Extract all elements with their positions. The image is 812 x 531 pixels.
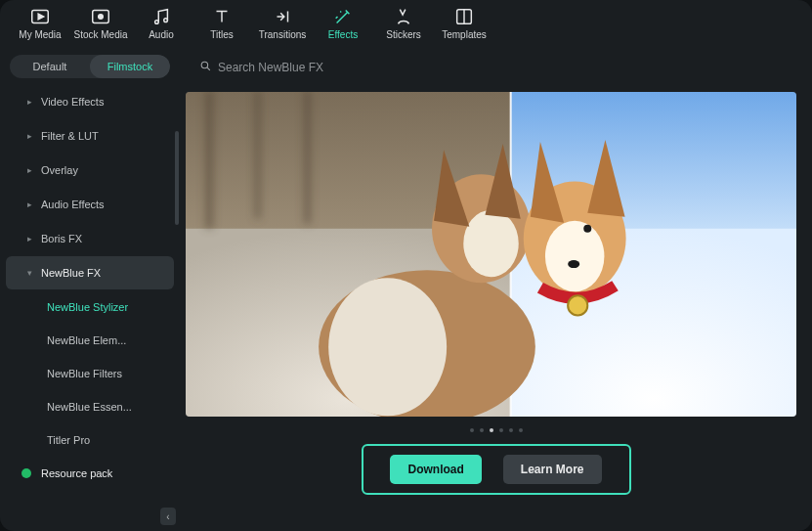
svg-point-8 xyxy=(201,62,208,67)
pill-default[interactable]: Default xyxy=(10,55,90,78)
carousel-dots[interactable] xyxy=(180,428,812,432)
search-input[interactable] xyxy=(218,61,472,74)
media-icon xyxy=(29,6,51,27)
search-icon xyxy=(199,59,212,76)
dot-5[interactable] xyxy=(509,428,513,432)
cat-video-effects[interactable]: ▸Video Effects xyxy=(6,85,174,118)
cat-label: Filter & LUT xyxy=(41,130,99,142)
nav-label: Transitions xyxy=(259,29,307,40)
dot-3[interactable] xyxy=(490,428,493,432)
nav-templates[interactable]: Templates xyxy=(434,6,494,40)
resource-label: Resource pack xyxy=(41,467,112,479)
dot-6[interactable] xyxy=(519,428,523,432)
chevron-right-icon: ▸ xyxy=(27,165,35,175)
cat-label: Video Effects xyxy=(41,96,104,108)
svg-rect-12 xyxy=(205,92,213,229)
nav-label: Titles xyxy=(210,29,234,40)
sidebar: Default Filmstock ▸Video Effects ▸Filter… xyxy=(0,51,180,531)
app-root: My Media Stock Media Audio Titles Transi… xyxy=(0,0,812,531)
nav-transitions[interactable]: Transitions xyxy=(252,6,313,40)
main-panel: Download Learn More xyxy=(180,51,812,531)
nav-label: Audio xyxy=(149,29,174,40)
nav-effects[interactable]: Effects xyxy=(313,6,373,40)
svg-rect-14 xyxy=(304,92,311,224)
sub-newblue-stylizer[interactable]: NewBlue Stylizer xyxy=(0,290,180,324)
dot-1[interactable] xyxy=(470,428,474,432)
chevron-right-icon: ▸ xyxy=(27,199,35,209)
nav-label: Stickers xyxy=(386,29,421,40)
body: Default Filmstock ▸Video Effects ▸Filter… xyxy=(0,51,812,531)
sidebar-scrollbar[interactable] xyxy=(175,131,179,225)
cat-boris-fx[interactable]: ▸Boris FX xyxy=(6,222,174,255)
cta-container: Download Learn More xyxy=(362,444,631,495)
titles-icon xyxy=(211,6,233,27)
chevron-right-icon: ▸ xyxy=(27,131,35,141)
audio-icon xyxy=(150,6,172,27)
effects-icon xyxy=(332,6,354,27)
cat-overlay[interactable]: ▸Overlay xyxy=(6,154,174,187)
preview-image[interactable] xyxy=(186,92,796,417)
svg-rect-13 xyxy=(255,92,261,219)
chevron-right-icon: ▸ xyxy=(27,97,35,107)
dot-2[interactable] xyxy=(480,428,484,432)
nav-stock-media[interactable]: Stock Media xyxy=(70,6,131,40)
resource-pack[interactable]: Resource pack xyxy=(0,457,180,490)
nav-titles[interactable]: Titles xyxy=(192,6,252,40)
transitions-icon xyxy=(272,6,293,27)
search-bar xyxy=(180,53,812,82)
learn-more-button[interactable]: Learn More xyxy=(503,455,602,484)
svg-point-19 xyxy=(328,278,447,416)
nav-label: Stock Media xyxy=(73,29,127,40)
svg-point-28 xyxy=(583,225,591,233)
dot-4[interactable] xyxy=(499,428,503,432)
sub-newblue-essentials[interactable]: NewBlue Essen... xyxy=(0,390,180,423)
nav-my-media[interactable]: My Media xyxy=(10,6,70,40)
package-icon xyxy=(21,468,31,478)
sub-titler-pro[interactable]: Titler Pro xyxy=(0,423,180,457)
cat-label: Boris FX xyxy=(41,233,82,244)
category-list: ▸Video Effects ▸Filter & LUT ▸Overlay ▸A… xyxy=(0,84,180,531)
nav-label: My Media xyxy=(19,29,61,40)
cat-label: Audio Effects xyxy=(41,199,105,210)
cat-newblue-fx[interactable]: ▾NewBlue FX xyxy=(6,256,174,289)
cat-filter-lut[interactable]: ▸Filter & LUT xyxy=(6,119,174,153)
sub-newblue-elements[interactable]: NewBlue Elem... xyxy=(0,324,180,357)
svg-point-25 xyxy=(545,221,604,292)
chevron-down-icon: ▾ xyxy=(27,268,35,278)
chevron-right-icon: ▸ xyxy=(27,234,35,243)
cat-audio-effects[interactable]: ▸Audio Effects xyxy=(6,188,174,221)
cat-label: NewBlue FX xyxy=(41,267,101,279)
pill-filmstock[interactable]: Filmstock xyxy=(90,55,170,78)
nav-label: Effects xyxy=(328,29,358,40)
sub-newblue-filters[interactable]: NewBlue Filters xyxy=(0,357,180,390)
svg-line-9 xyxy=(207,67,210,70)
svg-point-3 xyxy=(99,15,104,20)
source-toggle: Default Filmstock xyxy=(10,55,170,78)
cat-label: Overlay xyxy=(41,164,78,176)
templates-icon xyxy=(453,6,475,27)
svg-marker-1 xyxy=(38,14,44,20)
chevron-left-icon: ‹ xyxy=(166,511,169,522)
svg-point-21 xyxy=(463,210,518,278)
nav-stickers[interactable]: Stickers xyxy=(373,6,434,40)
svg-point-29 xyxy=(568,260,579,268)
collapse-sidebar-button[interactable]: ‹ xyxy=(160,508,176,525)
nav-label: Templates xyxy=(442,29,487,40)
svg-point-30 xyxy=(568,295,587,315)
stock-icon xyxy=(90,6,111,27)
top-nav: My Media Stock Media Audio Titles Transi… xyxy=(0,0,812,51)
svg-point-5 xyxy=(164,19,168,22)
svg-point-4 xyxy=(155,21,159,24)
nav-audio[interactable]: Audio xyxy=(131,6,192,40)
download-button[interactable]: Download xyxy=(390,455,481,484)
stickers-icon xyxy=(393,6,414,27)
